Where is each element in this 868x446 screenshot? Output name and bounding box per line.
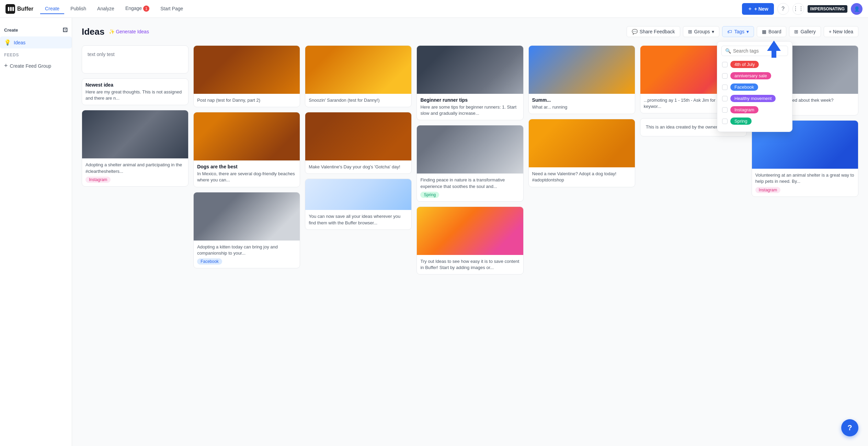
tag-checkbox-instagram[interactable] <box>722 107 728 113</box>
apps-icon[interactable]: ⋮⋮ <box>792 3 804 15</box>
tag-pill-anniversary: anniversary sale <box>730 72 771 79</box>
avatar[interactable]: 👤 <box>851 3 863 15</box>
tag-option-healthy[interactable]: Healthy movement <box>721 93 788 103</box>
feedback-icon: 💬 <box>632 29 638 34</box>
ideas-actions: 💬 Share Feedback ⊞ Groups ▾ 🏷 Tags ▾ <box>627 26 858 37</box>
card-kitten[interactable]: Adopting a kitten today can bring joy an… <box>193 192 300 268</box>
tag-pill-instagram: Instagram <box>730 106 758 113</box>
tag-facebook: Facebook <box>197 258 222 265</box>
sidebar-collapse-icon[interactable]: ⊡ <box>62 26 68 34</box>
card-image <box>529 119 635 167</box>
tags-chevron-icon: ▾ <box>746 29 749 34</box>
tag-pill-healthy: Healthy movement <box>730 95 776 102</box>
nav-tab-startpage[interactable]: Start Page <box>156 4 188 14</box>
card-text: Make Valentine's Day your dog's 'Gotcha'… <box>309 164 408 170</box>
tag-checkbox-healthy[interactable] <box>722 96 728 101</box>
nav-right: ＋ + New ? ⋮⋮ IMPERSONATING 👤 <box>742 3 863 15</box>
card-sarandon[interactable]: Snoozin' Sarandon (test for Danny!) <box>305 45 412 107</box>
card-image <box>305 112 411 160</box>
card-text: You can now save all your ideas wherever… <box>309 213 408 226</box>
engage-badge: 1 <box>143 5 149 12</box>
tag-checkbox-july4[interactable] <box>722 62 728 67</box>
help-icon[interactable]: ? <box>777 3 789 15</box>
nav-tabs: Create Publish Analyze Engage1 Start Pag… <box>40 3 739 14</box>
card-text: Need a new Valentine? Adopt a dog today!… <box>532 171 631 183</box>
impersonating-badge: IMPERSONATING <box>808 5 847 13</box>
sidebar-create-feed[interactable]: + Create Feed Group <box>0 59 72 72</box>
new-idea-button[interactable]: + New Idea <box>824 26 858 37</box>
tag-checkbox-spring[interactable] <box>722 119 728 124</box>
card-runner[interactable]: Beginner runner tips Here are some tips … <box>416 45 523 120</box>
card-tutorial[interactable]: Try out Ideas to see how easy it is to s… <box>416 207 523 275</box>
card-post-nap[interactable]: Post nap (test for Danny, part 2) <box>193 45 300 107</box>
groups-button[interactable]: ⊞ Groups ▾ <box>683 26 720 37</box>
svg-rect-3 <box>12 7 14 11</box>
tag-spring: Spring <box>420 192 439 198</box>
sidebar-create-header: Create ⊡ <box>0 23 72 36</box>
card-newest-idea[interactable]: Newest idea Here are my great thoughts. … <box>82 78 189 105</box>
card-image <box>417 125 523 174</box>
board-icon: ▦ <box>762 29 766 34</box>
nav-tab-analyze[interactable]: Analyze <box>92 4 119 14</box>
card-text: text only test <box>88 51 115 58</box>
share-feedback-button[interactable]: 💬 Share Feedback <box>627 26 680 37</box>
nav-tab-engage[interactable]: Engage1 <box>121 3 154 14</box>
svg-marker-4 <box>767 41 781 58</box>
plus-icon: ＋ <box>747 6 752 12</box>
nav-tab-publish[interactable]: Publish <box>66 4 91 14</box>
tag-checkbox-facebook[interactable] <box>722 85 728 90</box>
card-date[interactable]: Make Valentine's Day your dog's 'Gotcha'… <box>305 112 412 174</box>
tags-button[interactable]: 🏷 Tags ▾ <box>722 26 754 37</box>
card-image <box>417 46 523 94</box>
card-browser[interactable]: You can now save all your ideas wherever… <box>305 179 412 230</box>
card-summer[interactable]: Summ... What ar... running <box>528 45 635 114</box>
logo[interactable]: Buffer <box>5 4 33 14</box>
card-title: Dogs are the best <box>197 164 296 169</box>
create-feed-icon: + <box>4 62 8 69</box>
tag-instagram: Instagram <box>755 187 780 193</box>
card-text: Try out Ideas to see how easy it is to s… <box>420 258 519 271</box>
card-image <box>194 112 300 160</box>
tag-instagram: Instagram <box>85 177 111 183</box>
new-button[interactable]: ＋ + New <box>742 3 774 15</box>
groups-icon: ⊞ <box>688 29 692 34</box>
top-nav: Buffer Create Publish Analyze Engage1 St… <box>0 0 868 18</box>
gallery-view-button[interactable]: ⊞ Gallery <box>789 26 821 37</box>
tag-pill-july4: 4th of July <box>730 61 759 68</box>
sidebar-item-ideas[interactable]: 💡 Ideas <box>0 36 72 48</box>
card-text-only[interactable]: text only test <box>82 45 189 74</box>
card-text: Snoozin' Sarandon (test for Danny!) <box>309 97 408 103</box>
card-image <box>305 179 411 210</box>
tag-pill-facebook: Facebook <box>730 83 758 91</box>
tag-option-facebook[interactable]: Facebook <box>721 82 788 92</box>
ideas-header: Ideas ✨ Generate Ideas 💬 Share Feedback … <box>82 26 858 37</box>
card-image <box>194 192 300 241</box>
page-title: Ideas <box>82 26 105 37</box>
card-dogs-best[interactable]: Dogs are the best In Mexico, there are s… <box>193 112 300 187</box>
card-text: What ar... running <box>532 104 631 110</box>
nav-tab-create[interactable]: Create <box>40 4 64 14</box>
svg-rect-2 <box>10 7 12 11</box>
ideas-title-row: Ideas ✨ Generate Ideas <box>82 26 149 37</box>
logo-text: Buffer <box>17 6 33 12</box>
svg-rect-1 <box>8 7 9 11</box>
tags-dropdown: 🔍 4th of July anniversary sale Facebook … <box>717 41 792 132</box>
card-image <box>417 207 523 255</box>
card-text: Post nap (test for Danny, part 2) <box>197 97 296 103</box>
tag-option-instagram[interactable]: Instagram <box>721 105 788 115</box>
card-text: Finding peace in nature is a transformat… <box>420 177 519 189</box>
tag-option-spring[interactable]: Spring <box>721 116 788 126</box>
generate-ideas-button[interactable]: ✨ Generate Ideas <box>109 29 149 34</box>
card-valentine[interactable]: Need a new Valentine? Adopt a dog today!… <box>528 119 635 187</box>
sidebar-feeds-header: Feeds <box>0 48 72 59</box>
tag-checkbox-anniversary[interactable] <box>722 73 728 79</box>
tag-icon: 🏷 <box>727 29 732 34</box>
card-shelter-cats[interactable]: Adopting a shelter animal and participat… <box>82 110 189 186</box>
sidebar: Create ⊡ 💡 Ideas Feeds + Create Feed Gro… <box>0 18 72 446</box>
card-image <box>305 46 411 94</box>
tag-option-july4[interactable]: 4th of July <box>721 59 788 69</box>
tag-option-anniversary[interactable]: anniversary sale <box>721 71 788 81</box>
help-button[interactable]: ? <box>841 419 858 436</box>
board-view-button[interactable]: ▦ Board <box>757 26 786 37</box>
card-peace[interactable]: Finding peace in nature is a transformat… <box>416 125 523 201</box>
